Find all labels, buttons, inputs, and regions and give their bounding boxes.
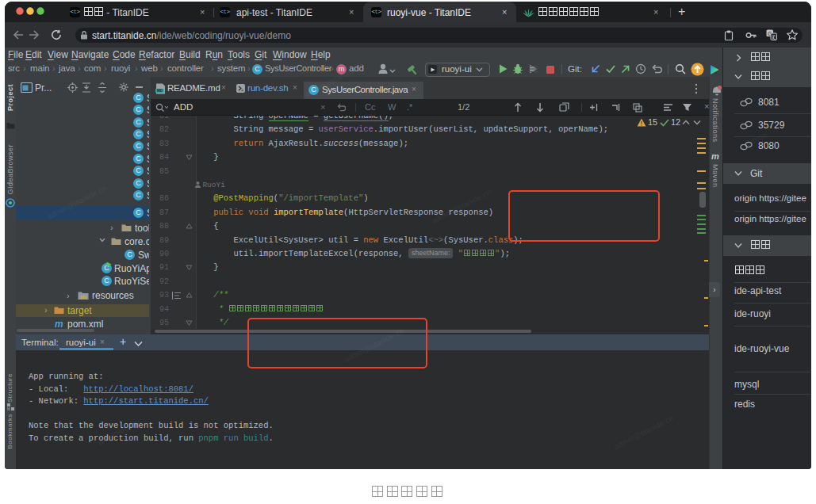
svg-text:MD: MD xyxy=(157,89,163,93)
